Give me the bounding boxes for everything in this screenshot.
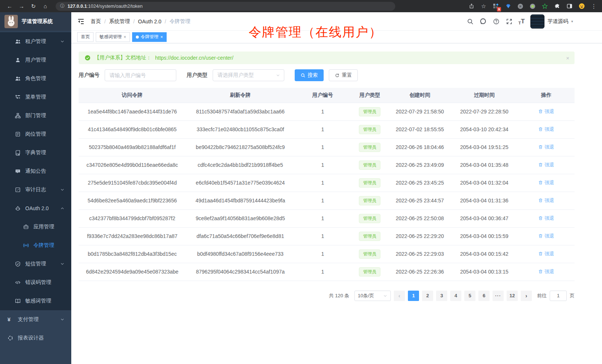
extension-blocks-icon[interactable]: 9 bbox=[492, 3, 500, 10]
close-icon[interactable]: × bbox=[124, 35, 126, 39]
cell-created-time: 2022-06-25 22:29:20 bbox=[389, 227, 451, 245]
sidebar-item[interactable]: 令牌管理 bbox=[0, 236, 71, 255]
app-logo[interactable]: 芋道管理系统 bbox=[0, 12, 71, 31]
page-size-select[interactable]: 10条/页 bbox=[354, 291, 391, 301]
col-expire-time: 过期时间 bbox=[451, 88, 518, 103]
sidebar-item[interactable]: 应用管理 bbox=[0, 218, 71, 236]
pagination-page[interactable]: 1 bbox=[408, 291, 419, 301]
fullscreen-icon[interactable] bbox=[506, 18, 513, 25]
extension-badge: 9 bbox=[497, 7, 501, 11]
trash-icon bbox=[538, 269, 543, 274]
sidebar-item[interactable]: 错误码管理 bbox=[0, 273, 71, 292]
user-id-input[interactable] bbox=[105, 69, 176, 81]
sidebar-item[interactable]: 用户管理 bbox=[0, 51, 71, 69]
browser-menu-icon[interactable]: ⋮ bbox=[590, 3, 598, 10]
close-icon[interactable]: × bbox=[566, 55, 569, 61]
sidebar-item[interactable]: 字典管理 bbox=[0, 143, 71, 162]
sidebar-panel-icon[interactable] bbox=[566, 3, 573, 10]
sidebar-item[interactable]: 敏感词管理 bbox=[0, 292, 71, 310]
cell-actions: 强退 bbox=[518, 103, 575, 120]
trash-icon bbox=[538, 109, 543, 114]
sidebar-item[interactable]: 租户管理 bbox=[0, 32, 71, 51]
breadcrumb-home[interactable]: 首页 bbox=[91, 18, 101, 25]
sidebar-item[interactable]: 部门管理 bbox=[0, 106, 71, 125]
search-icon[interactable] bbox=[467, 18, 474, 25]
extension-command-icon[interactable]: ⌘ bbox=[517, 3, 524, 10]
cell-actions: 强退 bbox=[518, 120, 575, 138]
pagination-page[interactable]: 5 bbox=[464, 291, 475, 301]
active-dot bbox=[136, 36, 139, 39]
sidebar-item[interactable]: 角色管理 bbox=[0, 69, 71, 88]
force-logout-button[interactable]: 强退 bbox=[538, 215, 554, 222]
sidebar-item-label: 部门管理 bbox=[25, 112, 71, 119]
share-icon[interactable] bbox=[468, 3, 475, 10]
sidebar-item[interactable]: 审计日志 bbox=[0, 181, 71, 199]
refresh-icon bbox=[335, 73, 340, 78]
pagination-page[interactable]: 4 bbox=[450, 291, 461, 301]
force-logout-button[interactable]: 强退 bbox=[538, 233, 554, 239]
sidebar-item[interactable]: 菜单管理 bbox=[0, 88, 71, 106]
force-logout-button[interactable]: 强退 bbox=[538, 268, 554, 275]
search-button[interactable]: 搜索 bbox=[295, 69, 324, 81]
tag-home[interactable]: 首页 bbox=[77, 32, 94, 42]
breadcrumb-oauth[interactable]: OAuth 2.0 bbox=[138, 19, 161, 24]
browser-reload-icon[interactable]: ↻ bbox=[28, 1, 39, 11]
browser-back-icon[interactable]: ← bbox=[4, 1, 15, 11]
prev-page-button[interactable]: ‹ bbox=[394, 291, 405, 301]
extension-star-icon[interactable] bbox=[541, 3, 549, 10]
extension-gem-icon[interactable] bbox=[504, 3, 512, 10]
pagination-page[interactable]: 2 bbox=[422, 291, 433, 301]
site-info-icon[interactable]: ⓘ bbox=[60, 3, 65, 9]
doc-link[interactable]: https://doc.iocoder.cn/user-center/ bbox=[155, 55, 233, 61]
close-icon[interactable]: × bbox=[160, 35, 163, 39]
force-logout-button[interactable]: 强退 bbox=[538, 162, 554, 168]
force-logout-button[interactable]: 强退 bbox=[538, 126, 554, 133]
force-logout-button[interactable]: 强退 bbox=[538, 251, 554, 257]
peoples-icon bbox=[15, 39, 21, 44]
font-size-icon[interactable]: TT bbox=[518, 18, 525, 25]
bookmark-star-icon[interactable]: ☆ bbox=[480, 3, 487, 10]
profile-avatar-icon[interactable] bbox=[578, 3, 585, 10]
sidebar-item[interactable]: ¥ 支付管理 bbox=[0, 310, 71, 329]
help-icon[interactable] bbox=[493, 18, 500, 25]
pagination-more[interactable]: ··· bbox=[493, 291, 504, 301]
url-path: :1024/system/oauth2/token bbox=[87, 4, 143, 9]
sidebar-item[interactable]: 报表设计器 bbox=[0, 329, 71, 347]
next-page-button[interactable]: › bbox=[521, 291, 532, 301]
user-type-badge: 管理员 bbox=[359, 143, 380, 152]
reset-button[interactable]: 重置 bbox=[329, 69, 358, 81]
extensions-puzzle-icon[interactable] bbox=[553, 3, 561, 10]
cell-user-id: 1 bbox=[295, 209, 350, 227]
page-content: 【用户体系】文档地址： https://doc.iocoder.cn/user-… bbox=[71, 43, 602, 364]
browser-home-icon[interactable]: ⌂ bbox=[40, 1, 50, 11]
cell-access-token: 1ea5e44f8bc1467aaede43144f31de76 bbox=[79, 103, 186, 120]
github-icon[interactable] bbox=[480, 18, 487, 25]
user-type-select[interactable]: 请选择用户类型 bbox=[213, 69, 284, 81]
sidebar-item[interactable]: 通知公告 bbox=[0, 162, 71, 181]
total-count: 共 120 条 bbox=[329, 292, 349, 299]
tag-token-management[interactable]: 令牌管理 × bbox=[132, 32, 167, 42]
sidebar-item[interactable]: OAuth 2.0 bbox=[0, 199, 71, 218]
tree-table-icon bbox=[15, 94, 21, 100]
force-logout-button[interactable]: 强退 bbox=[538, 144, 554, 150]
peoples-icon bbox=[15, 76, 21, 82]
pagination-page[interactable]: 6 bbox=[478, 291, 490, 301]
force-logout-button[interactable]: 强退 bbox=[538, 197, 554, 204]
address-bar[interactable]: ⓘ 127.0.0.1:1024/system/oauth2/token bbox=[56, 2, 395, 11]
sidebar-item-label: 用户管理 bbox=[25, 57, 71, 63]
log-icon bbox=[15, 187, 21, 193]
pagination-page[interactable]: 12 bbox=[507, 291, 518, 301]
force-logout-button[interactable]: 强退 bbox=[538, 179, 554, 186]
cell-created-time: 2022-06-25 22:50:08 bbox=[389, 209, 451, 227]
extension-record-icon[interactable] bbox=[529, 3, 536, 10]
goto-page-input[interactable] bbox=[550, 291, 567, 301]
tag-sensitive-words[interactable]: 敏感词管理 × bbox=[96, 32, 130, 42]
user-menu[interactable]: 芋道源码 ▾ bbox=[530, 14, 573, 29]
sidebar-item[interactable]: 岗位管理 bbox=[0, 125, 71, 143]
force-logout-button[interactable]: 强退 bbox=[538, 108, 554, 115]
sidebar-item[interactable]: 短信管理 bbox=[0, 255, 71, 273]
browser-forward-icon[interactable]: → bbox=[16, 1, 27, 11]
pagination-page[interactable]: 3 bbox=[436, 291, 447, 301]
breadcrumb-system[interactable]: 系统管理 bbox=[109, 18, 130, 25]
sidebar-fold-icon[interactable] bbox=[77, 18, 85, 25]
